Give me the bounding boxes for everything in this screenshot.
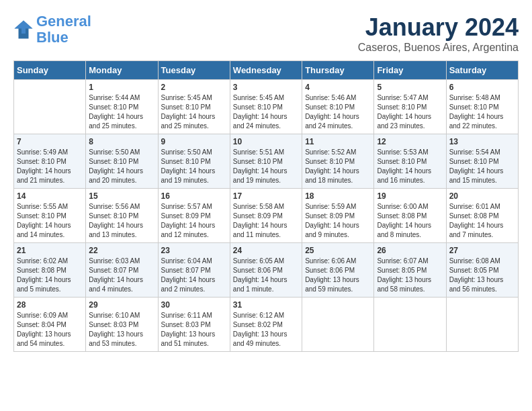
calendar-cell: 9Sunrise: 5:50 AM Sunset: 8:10 PM Daylig… [158, 134, 230, 189]
logo-icon [13, 19, 34, 40]
day-info: Sunrise: 5:58 AM Sunset: 8:09 PM Dayligh… [233, 202, 299, 240]
calendar-cell: 2Sunrise: 5:45 AM Sunset: 8:10 PM Daylig… [158, 80, 230, 134]
calendar-cell: 1Sunrise: 5:44 AM Sunset: 8:10 PM Daylig… [86, 80, 158, 134]
weekday-header-monday: Monday [86, 61, 158, 80]
day-number: 13 [449, 137, 515, 146]
title-block: January 2024 Caseros, Buenos Aires, Arge… [358, 13, 519, 54]
day-info: Sunrise: 5:59 AM Sunset: 8:09 PM Dayligh… [305, 202, 371, 240]
day-info: Sunrise: 5:52 AM Sunset: 8:10 PM Dayligh… [305, 148, 371, 185]
calendar-cell [446, 298, 518, 352]
calendar-cell: 10Sunrise: 5:51 AM Sunset: 8:10 PM Dayli… [230, 134, 302, 189]
day-info: Sunrise: 5:57 AM Sunset: 8:09 PM Dayligh… [161, 202, 227, 240]
calendar-cell: 27Sunrise: 6:08 AM Sunset: 8:05 PM Dayli… [446, 243, 518, 298]
logo-text: General Blue [36, 13, 91, 46]
calendar-cell: 13Sunrise: 5:54 AM Sunset: 8:10 PM Dayli… [446, 134, 518, 189]
calendar-cell: 24Sunrise: 6:05 AM Sunset: 8:06 PM Dayli… [230, 243, 302, 298]
calendar-cell: 6Sunrise: 5:48 AM Sunset: 8:10 PM Daylig… [446, 80, 518, 134]
calendar-cell: 20Sunrise: 6:01 AM Sunset: 8:08 PM Dayli… [446, 189, 518, 243]
calendar-cell: 22Sunrise: 6:03 AM Sunset: 8:07 PM Dayli… [86, 243, 158, 298]
calendar-week-row: 21Sunrise: 6:02 AM Sunset: 8:08 PM Dayli… [14, 243, 519, 298]
calendar-cell: 21Sunrise: 6:02 AM Sunset: 8:08 PM Dayli… [14, 243, 86, 298]
day-number: 22 [89, 246, 154, 255]
location: Caseros, Buenos Aires, Argentina [358, 42, 519, 54]
weekday-header-saturday: Saturday [446, 61, 518, 80]
day-number: 12 [377, 137, 443, 146]
calendar-week-row: 28Sunrise: 6:09 AM Sunset: 8:04 PM Dayli… [14, 298, 519, 352]
weekday-header-wednesday: Wednesday [230, 61, 302, 80]
day-number: 10 [233, 137, 299, 146]
day-info: Sunrise: 6:00 AM Sunset: 8:08 PM Dayligh… [377, 202, 443, 240]
day-number: 14 [17, 191, 83, 201]
calendar-cell: 15Sunrise: 5:56 AM Sunset: 8:10 PM Dayli… [86, 189, 158, 243]
day-info: Sunrise: 6:03 AM Sunset: 8:07 PM Dayligh… [89, 257, 154, 294]
calendar-cell: 12Sunrise: 5:53 AM Sunset: 8:10 PM Dayli… [374, 134, 446, 189]
day-info: Sunrise: 5:46 AM Sunset: 8:10 PM Dayligh… [305, 93, 371, 131]
day-info: Sunrise: 6:06 AM Sunset: 8:06 PM Dayligh… [305, 257, 371, 294]
day-number: 5 [377, 83, 443, 92]
calendar-cell: 29Sunrise: 6:10 AM Sunset: 8:03 PM Dayli… [86, 298, 158, 352]
day-info: Sunrise: 5:48 AM Sunset: 8:10 PM Dayligh… [449, 93, 515, 131]
day-number: 25 [305, 246, 371, 255]
day-number: 28 [17, 300, 83, 310]
day-info: Sunrise: 6:08 AM Sunset: 8:05 PM Dayligh… [449, 257, 515, 294]
calendar-cell: 31Sunrise: 6:12 AM Sunset: 8:02 PM Dayli… [230, 298, 302, 352]
calendar-cell: 19Sunrise: 6:00 AM Sunset: 8:08 PM Dayli… [374, 189, 446, 243]
day-info: Sunrise: 6:09 AM Sunset: 8:04 PM Dayligh… [17, 311, 83, 349]
day-number: 18 [305, 191, 371, 201]
weekday-header-tuesday: Tuesday [158, 61, 230, 80]
weekday-header-sunday: Sunday [14, 61, 86, 80]
calendar-cell: 18Sunrise: 5:59 AM Sunset: 8:09 PM Dayli… [302, 189, 374, 243]
weekday-header-friday: Friday [374, 61, 446, 80]
month-title: January 2024 [358, 13, 519, 42]
calendar-table: SundayMondayTuesdayWednesdayThursdayFrid… [13, 60, 519, 352]
day-info: Sunrise: 6:05 AM Sunset: 8:06 PM Dayligh… [233, 257, 299, 294]
page-header: General Blue January 2024 Caseros, Bueno… [13, 13, 519, 54]
day-number: 1 [89, 83, 154, 92]
calendar-cell: 28Sunrise: 6:09 AM Sunset: 8:04 PM Dayli… [14, 298, 86, 352]
day-info: Sunrise: 6:01 AM Sunset: 8:08 PM Dayligh… [449, 202, 515, 240]
day-info: Sunrise: 5:50 AM Sunset: 8:10 PM Dayligh… [89, 148, 154, 185]
calendar-cell: 4Sunrise: 5:46 AM Sunset: 8:10 PM Daylig… [302, 80, 374, 134]
calendar-week-row: 14Sunrise: 5:55 AM Sunset: 8:10 PM Dayli… [14, 189, 519, 243]
day-number: 26 [377, 246, 443, 255]
calendar-cell: 8Sunrise: 5:50 AM Sunset: 8:10 PM Daylig… [86, 134, 158, 189]
day-info: Sunrise: 5:47 AM Sunset: 8:10 PM Dayligh… [377, 93, 443, 131]
day-number: 24 [233, 246, 299, 255]
day-info: Sunrise: 5:49 AM Sunset: 8:10 PM Dayligh… [17, 148, 83, 185]
day-info: Sunrise: 5:53 AM Sunset: 8:10 PM Dayligh… [377, 148, 443, 185]
day-info: Sunrise: 6:07 AM Sunset: 8:05 PM Dayligh… [377, 257, 443, 294]
weekday-header-thursday: Thursday [302, 61, 374, 80]
day-number: 21 [17, 246, 83, 255]
svg-marker-1 [15, 21, 33, 34]
calendar-cell: 30Sunrise: 6:11 AM Sunset: 8:03 PM Dayli… [158, 298, 230, 352]
day-info: Sunrise: 6:04 AM Sunset: 8:07 PM Dayligh… [161, 257, 227, 294]
day-info: Sunrise: 5:50 AM Sunset: 8:10 PM Dayligh… [161, 148, 227, 185]
calendar-cell [374, 298, 446, 352]
calendar-cell: 14Sunrise: 5:55 AM Sunset: 8:10 PM Dayli… [14, 189, 86, 243]
day-number: 4 [305, 83, 371, 92]
calendar-cell: 16Sunrise: 5:57 AM Sunset: 8:09 PM Dayli… [158, 189, 230, 243]
day-number: 3 [233, 83, 299, 92]
day-number: 19 [377, 191, 443, 201]
day-info: Sunrise: 5:45 AM Sunset: 8:10 PM Dayligh… [233, 93, 299, 131]
day-number: 27 [449, 246, 515, 255]
day-number: 17 [233, 191, 299, 201]
calendar-cell: 17Sunrise: 5:58 AM Sunset: 8:09 PM Dayli… [230, 189, 302, 243]
day-info: Sunrise: 6:11 AM Sunset: 8:03 PM Dayligh… [161, 311, 227, 349]
day-number: 29 [89, 300, 154, 310]
calendar-cell: 25Sunrise: 6:06 AM Sunset: 8:06 PM Dayli… [302, 243, 374, 298]
day-info: Sunrise: 5:51 AM Sunset: 8:10 PM Dayligh… [233, 148, 299, 185]
day-info: Sunrise: 5:45 AM Sunset: 8:10 PM Dayligh… [161, 93, 227, 131]
day-number: 16 [161, 191, 227, 201]
day-info: Sunrise: 6:12 AM Sunset: 8:02 PM Dayligh… [233, 311, 299, 349]
calendar-cell: 26Sunrise: 6:07 AM Sunset: 8:05 PM Dayli… [374, 243, 446, 298]
calendar-cell: 3Sunrise: 5:45 AM Sunset: 8:10 PM Daylig… [230, 80, 302, 134]
day-number: 9 [161, 137, 227, 146]
calendar-cell [302, 298, 374, 352]
day-number: 2 [161, 83, 227, 92]
day-number: 8 [89, 137, 154, 146]
day-info: Sunrise: 5:56 AM Sunset: 8:10 PM Dayligh… [89, 202, 154, 240]
day-number: 6 [449, 83, 515, 92]
calendar-week-row: 7Sunrise: 5:49 AM Sunset: 8:10 PM Daylig… [14, 134, 519, 189]
day-info: Sunrise: 5:55 AM Sunset: 8:10 PM Dayligh… [17, 202, 83, 240]
